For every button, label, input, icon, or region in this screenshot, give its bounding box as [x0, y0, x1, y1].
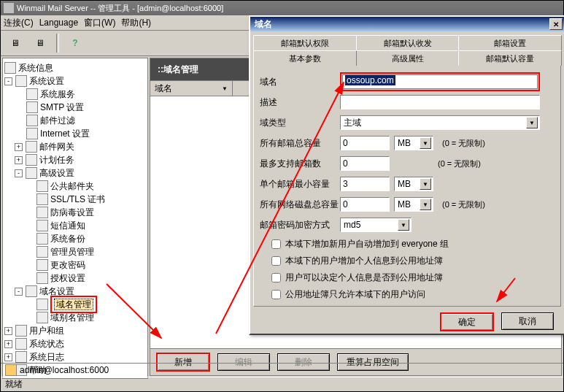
tab-perm[interactable]: 邮箱默认权限: [253, 35, 357, 51]
status-ready: 就绪: [5, 378, 23, 391]
collapse-icon[interactable]: -: [4, 77, 12, 85]
settings-icon: [15, 75, 27, 87]
expand-icon[interactable]: +: [4, 353, 12, 361]
globe-icon: [26, 128, 38, 139]
expand-icon[interactable]: +: [4, 340, 12, 348]
close-button[interactable]: ✕: [549, 18, 563, 30]
max-input[interactable]: [340, 156, 390, 171]
total-input[interactable]: [340, 136, 390, 150]
hint-total: (0 = 无限制): [442, 138, 485, 149]
label-domain: 域名: [260, 76, 340, 88]
menu-language[interactable]: Language: [39, 18, 78, 28]
chk-everyone[interactable]: [271, 239, 281, 249]
desc-input[interactable]: [340, 95, 540, 109]
chevron-down-icon: ▼: [420, 137, 431, 149]
label-desc: 描述: [260, 96, 340, 109]
menu-connect[interactable]: 连接(C): [4, 17, 34, 29]
info-icon: [4, 62, 16, 74]
domain-input[interactable]: ossoup.com: [345, 75, 395, 85]
ok-button[interactable]: 确定: [440, 312, 494, 331]
tree-backup[interactable]: 系统备份: [50, 232, 85, 245]
tree-schedule[interactable]: 计划任务: [39, 153, 74, 166]
chevron-down-icon: ▼: [526, 117, 538, 128]
auth-icon: [36, 272, 48, 284]
min-input[interactable]: [340, 177, 390, 191]
folder-icon: [36, 180, 48, 192]
tree-auth[interactable]: 授权设置: [50, 272, 85, 285]
users-icon: [15, 325, 27, 337]
menu-window[interactable]: 窗口(W): [84, 17, 115, 29]
tree-pubfolder[interactable]: 公共邮件夹: [50, 180, 94, 193]
chk-addrbook[interactable]: [271, 256, 281, 266]
tree-sysstate[interactable]: 系统状态: [29, 337, 64, 350]
tab-sendrecv[interactable]: 邮箱默认收发: [356, 35, 460, 51]
label-max: 最多支持邮箱数: [260, 158, 340, 170]
statusbar: admin@localhost:6000 就绪: [1, 363, 563, 391]
toolbar-btn-help[interactable]: ?: [65, 33, 85, 53]
tree-mailfilter[interactable]: 邮件过滤: [40, 114, 75, 127]
dtype-select[interactable]: 主域▼: [340, 115, 540, 130]
panel-title: ::域名管理: [158, 64, 198, 76]
tree-av[interactable]: 防病毒设置: [50, 206, 94, 219]
filter-icon: [26, 115, 38, 126]
tree-aliasmgr[interactable]: 域别名管理: [50, 311, 94, 324]
column-domain[interactable]: 域名▼: [150, 81, 233, 96]
label-dtype: 域类型: [260, 117, 340, 129]
collapse-icon[interactable]: -: [15, 288, 23, 296]
chevron-down-icon: ▼: [420, 178, 431, 190]
chevron-down-icon: ▼: [420, 199, 431, 210]
mail-icon: [26, 101, 38, 113]
label-total: 所有邮箱总容量: [260, 137, 340, 150]
collapse-icon[interactable]: -: [15, 169, 23, 177]
chk-userdecide[interactable]: [271, 273, 281, 283]
tab-capacity[interactable]: 邮箱默认容量: [458, 50, 562, 66]
cancel-button[interactable]: 取消: [501, 312, 554, 330]
tree-panel[interactable]: 系统信息 -系统设置 系统服务 SMTP 设置 邮件过滤 Internet 设置…: [2, 58, 148, 379]
tree-smtp[interactable]: SMTP 设置: [40, 101, 84, 114]
tree-usergroup[interactable]: 用户和组: [29, 324, 64, 337]
tree-internet[interactable]: Internet 设置: [40, 127, 90, 140]
expand-icon[interactable]: +: [15, 143, 23, 151]
state-icon: [15, 338, 27, 350]
chk-domainonly-label: 公用地址簿只允许本域下的用户访问: [285, 288, 425, 301]
tab-mailbox[interactable]: 邮箱设置: [458, 35, 562, 51]
menu-help[interactable]: 帮助(H): [121, 17, 151, 29]
disk-unit-select[interactable]: MB▼: [394, 197, 433, 212]
disk-input[interactable]: [340, 197, 390, 212]
status-user: admin@localhost:6000: [20, 365, 109, 375]
chk-domainonly[interactable]: [271, 290, 281, 299]
tree-syssettings[interactable]: 系统设置: [29, 74, 64, 88]
tab-basic[interactable]: 基本参数: [253, 50, 357, 66]
expand-icon[interactable]: +: [4, 327, 12, 335]
expand-icon[interactable]: +: [15, 156, 23, 164]
tree-domainmgr[interactable]: 域名管理: [54, 299, 93, 310]
close-icon: ✕: [553, 20, 559, 28]
hint-max: (0 = 无限制): [438, 158, 481, 169]
chk-userdecide-label: 用户可以决定个人信息是否到公用地址簿: [285, 272, 443, 284]
key-icon: [36, 259, 48, 271]
toolbar-btn-2[interactable]: 🖥: [30, 33, 50, 53]
tree-sysinfo[interactable]: 系统信息: [18, 61, 53, 74]
user-icon: [5, 364, 17, 376]
help-icon: ?: [72, 38, 77, 48]
tree-adv[interactable]: 高级设置: [39, 166, 74, 180]
chevron-down-icon: ▼: [398, 219, 409, 231]
tree-chpwd[interactable]: 更改密码: [50, 258, 85, 272]
label-enc: 邮箱密码加密方式: [260, 219, 340, 231]
min-unit-select[interactable]: MB▼: [394, 177, 433, 191]
toolbar-btn-1[interactable]: 🖥: [5, 33, 26, 53]
tab-adv[interactable]: 高级属性: [356, 50, 460, 66]
tree-gateway[interactable]: 邮件网关: [39, 140, 74, 153]
tree-svc[interactable]: 系统服务: [40, 88, 75, 101]
tree-sms[interactable]: 短信通知: [50, 219, 85, 232]
log-icon: [15, 351, 27, 363]
tree-adminmgr[interactable]: 管理员管理: [50, 245, 94, 258]
enc-select[interactable]: md5▼: [340, 218, 412, 232]
clock-icon: [26, 154, 37, 166]
tree-syslog[interactable]: 系统日志: [29, 350, 64, 364]
shield-icon: [36, 207, 48, 218]
total-unit-select[interactable]: MB▼: [394, 136, 433, 150]
dialog-titlebar[interactable]: 域名 ✕: [250, 17, 564, 31]
backup-icon: [36, 233, 48, 245]
tree-ssl[interactable]: SSL/TLS 证书: [50, 193, 105, 206]
